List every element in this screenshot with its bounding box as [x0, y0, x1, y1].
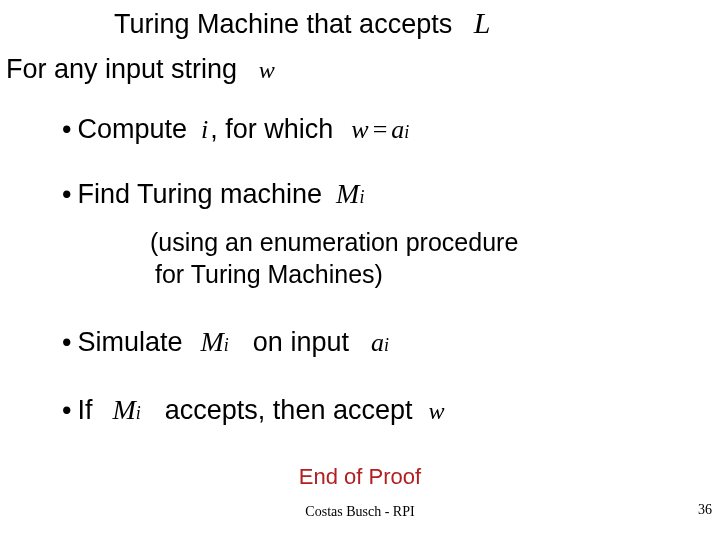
symbol-M-sub: i: [224, 335, 229, 356]
title-text: Turing Machine that accepts: [114, 9, 452, 39]
footer: Costas Busch - RPI: [0, 504, 720, 520]
eq-equals: =: [373, 115, 388, 145]
bullet-text-2: , for which: [210, 114, 333, 145]
bullet-find-sub2: for Turing Machines): [155, 260, 383, 289]
sub-text-2: for Turing Machines): [155, 260, 383, 288]
end-of-proof: End of Proof: [0, 464, 720, 490]
subtitle-line: For any input string w: [6, 54, 275, 85]
slide: Turing Machine that accepts L For any in…: [0, 0, 720, 540]
page-number: 36: [698, 502, 712, 518]
symbol-M-sub: i: [136, 403, 141, 424]
bullet-dot: •: [62, 327, 71, 358]
bullet-dot: •: [62, 114, 71, 145]
bullet-find: • Find Turing machine Mi: [62, 178, 364, 210]
bullet-text: Find Turing machine: [77, 179, 322, 210]
symbol-sup-i: i: [384, 335, 389, 356]
bullet-dot: •: [62, 395, 71, 426]
symbol-M-sub: i: [359, 187, 364, 208]
title-line: Turing Machine that accepts L: [114, 6, 490, 40]
subtitle-text: For any input string: [6, 54, 237, 84]
pagenum-text: 36: [698, 502, 712, 517]
symbol-M: M: [112, 394, 135, 426]
symbol-L: L: [474, 6, 491, 40]
bullet-dot: •: [62, 179, 71, 210]
end-proof-text: End of Proof: [299, 464, 421, 489]
symbol-i: i: [201, 115, 208, 145]
bullet-find-sub1: (using an enumeration procedure: [150, 228, 518, 257]
sub-text-1: (using an enumeration procedure: [150, 228, 518, 256]
bullet-text-2: accepts, then accept: [165, 395, 413, 426]
symbol-M: M: [201, 326, 224, 358]
symbol-w: w: [428, 398, 444, 425]
bullet-compute: • Compute i , for which w = ai: [62, 114, 409, 145]
bullet-simulate: • Simulate Mi on input ai: [62, 326, 389, 358]
bullet-text: Compute: [77, 114, 187, 145]
bullet-if: • If Mi accepts, then accept w: [62, 394, 444, 426]
symbol-a: a: [371, 328, 384, 358]
symbol-w: w: [259, 57, 275, 84]
footer-text: Costas Busch - RPI: [305, 504, 414, 519]
symbol-M: M: [336, 178, 359, 210]
eq-a: a: [391, 115, 404, 145]
bullet-text-2: on input: [253, 327, 349, 358]
eq-sup-i: i: [404, 122, 409, 143]
bullet-text: If: [77, 395, 92, 426]
eq-w: w: [351, 115, 368, 145]
bullet-text: Simulate: [77, 327, 182, 358]
